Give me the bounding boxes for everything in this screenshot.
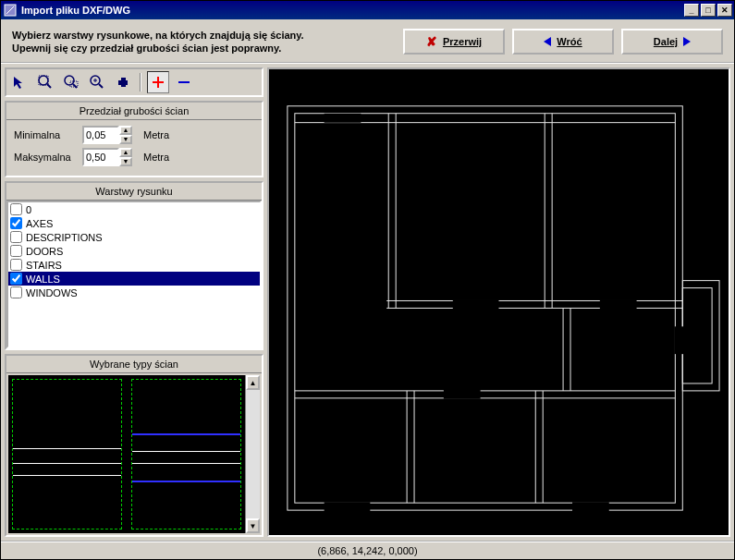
next-button[interactable]: Dalej [621, 29, 723, 55]
minus-icon [178, 76, 190, 89]
layer-checkbox[interactable] [10, 203, 22, 215]
pointer-tool[interactable] [8, 71, 31, 93]
thickness-group: Przedział grubości ścian Minimalna ▲▼ Me… [5, 101, 263, 177]
scroll-up[interactable]: ▲ [246, 375, 260, 390]
min-spin-down[interactable]: ▼ [119, 135, 132, 144]
wall-types-scrollbar[interactable]: ▲ ▼ [245, 375, 260, 533]
svg-rect-20 [682, 281, 719, 391]
layer-checkbox[interactable] [10, 245, 22, 257]
arrow-right-icon [683, 37, 691, 46]
view-toolbar [5, 67, 263, 97]
layer-checkbox[interactable] [10, 259, 22, 271]
arrow-left-icon [544, 37, 551, 46]
thickness-title: Przedział grubości ścian [6, 103, 262, 120]
wizard-header: Wybierz warstwy rysunkowe, na których zn… [1, 19, 734, 64]
zoom-extents-tool[interactable] [34, 71, 56, 93]
app-icon [3, 3, 18, 18]
layer-item-0[interactable]: 0 [8, 202, 260, 216]
maximize-button[interactable]: □ [701, 4, 716, 17]
layers-group: Warstwy rysunku 0AXESDESCRIPTIONSDOORSST… [5, 181, 263, 350]
scroll-track[interactable] [246, 390, 260, 518]
layer-checkbox[interactable] [10, 286, 22, 298]
zoom-window-tool[interactable] [60, 71, 82, 93]
svg-point-3 [39, 76, 48, 85]
layers-title: Warstwy rysunku [6, 183, 262, 201]
scroll-down[interactable]: ▼ [246, 518, 260, 533]
window-title: Import pliku DXF/DWG [21, 5, 684, 16]
layer-checkbox[interactable] [10, 231, 22, 243]
layer-item-windows[interactable]: WINDOWS [8, 286, 260, 299]
drawing-viewport[interactable] [267, 67, 730, 537]
max-label: Maksymalna [14, 152, 77, 163]
layer-item-descriptions[interactable]: DESCRIPTIONS [8, 230, 260, 244]
min-label: Minimalna [14, 129, 77, 140]
layer-name: STAIRS [26, 260, 62, 271]
coordinates: (6,866, 14,242, 0,000) [317, 545, 417, 556]
add-layer-tool[interactable] [147, 71, 169, 93]
layer-item-doors[interactable]: DOORS [8, 244, 260, 258]
svg-line-10 [99, 84, 103, 88]
max-spin-down[interactable]: ▼ [119, 157, 132, 166]
statusbar: (6,866, 14,242, 0,000) [1, 541, 734, 559]
cancel-icon: ✘ [426, 34, 437, 49]
plus-icon [152, 76, 165, 89]
header-instructions: Wybierz warstwy rysunkowe, na których zn… [12, 29, 396, 55]
wall-types-canvas[interactable] [12, 379, 241, 530]
layer-checkbox[interactable] [10, 217, 22, 229]
zoom-in-tool[interactable] [86, 71, 108, 93]
cancel-button[interactable]: ✘ Przerwij [403, 29, 505, 55]
layer-item-stairs[interactable]: STAIRS [8, 258, 260, 272]
titlebar: Import pliku DXF/DWG _ □ ✕ [1, 1, 734, 19]
layer-item-axes[interactable]: AXES [8, 216, 260, 230]
svg-rect-21 [682, 288, 712, 383]
layer-name: 0 [26, 204, 31, 215]
remove-layer-tool[interactable] [173, 71, 195, 93]
layer-item-walls[interactable]: WALLS [8, 272, 260, 286]
close-button[interactable]: ✕ [717, 4, 732, 17]
wall-types-group: Wybrane typy ścian [5, 354, 263, 537]
min-unit: Metra [143, 129, 169, 140]
max-thickness-input[interactable] [82, 148, 119, 166]
min-spin-up[interactable]: ▲ [119, 126, 132, 135]
toolbar-divider [140, 73, 141, 91]
left-panel: Przedział grubości ścian Minimalna ▲▼ Me… [1, 64, 267, 541]
layer-name: WALLS [26, 274, 60, 285]
import-dxf-window: Import pliku DXF/DWG _ □ ✕ Wybierz warst… [0, 0, 735, 560]
svg-point-6 [65, 76, 74, 85]
layer-name: WINDOWS [26, 287, 78, 298]
back-button[interactable]: Wróć [512, 29, 614, 55]
minimize-button[interactable]: _ [684, 4, 699, 17]
wall-types-title: Wybrane typy ścian [6, 356, 262, 373]
max-unit: Metra [143, 152, 169, 163]
layer-checkbox[interactable] [10, 273, 22, 285]
svg-marker-2 [14, 77, 22, 89]
max-spin-up[interactable]: ▲ [119, 148, 132, 157]
pan-tool[interactable] [112, 71, 134, 93]
layer-list[interactable]: 0AXESDESCRIPTIONSDOORSSTAIRSWALLSWINDOWS [6, 201, 262, 348]
min-thickness-input[interactable] [82, 126, 119, 144]
layer-name: AXES [26, 218, 53, 229]
svg-rect-14 [121, 78, 126, 87]
layer-name: DESCRIPTIONS [26, 232, 103, 243]
layer-name: DOORS [26, 246, 63, 257]
